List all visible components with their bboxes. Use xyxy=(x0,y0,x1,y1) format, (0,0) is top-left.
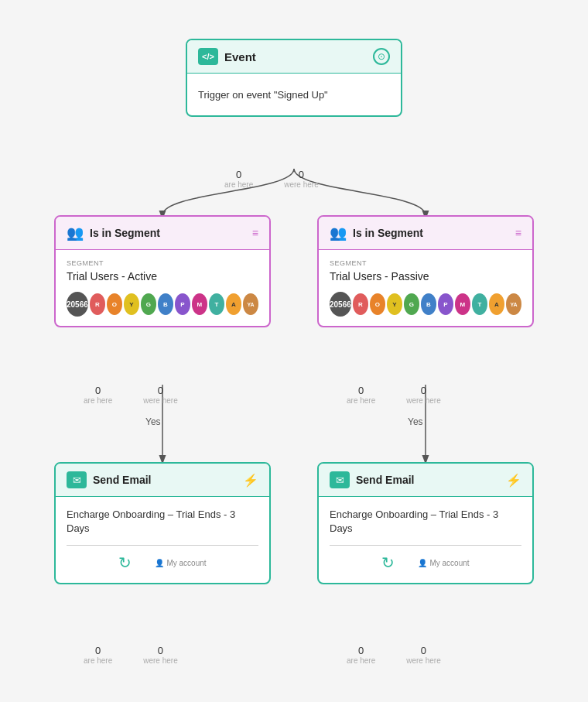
avatar-7: T xyxy=(209,293,224,315)
avatar-8: A xyxy=(226,293,241,315)
segment-right-name: Trial Users - Passive xyxy=(330,270,521,283)
event-are-here-lbl: are here xyxy=(224,180,253,189)
r-avatar-0: R xyxy=(353,293,368,315)
segment-left-stats: 0 are here 0 were here xyxy=(84,385,178,405)
email-left-stats: 0 are here 0 were here xyxy=(84,645,178,665)
email-right-refresh-icon[interactable]: ↻ xyxy=(381,553,395,572)
yes-label-right: Yes xyxy=(408,416,423,427)
segment-left-body: SEGMENT Trial Users - Active 20566 R O Y… xyxy=(56,250,269,326)
segment-right-people-icon: 👥 xyxy=(330,224,347,241)
avatar-2: Y xyxy=(124,293,139,315)
email-right-are-lbl: are here xyxy=(347,656,375,665)
email-right-account-text: My account xyxy=(429,559,469,567)
r-avatar-5: P xyxy=(438,293,453,315)
email-left-were-lbl: were here xyxy=(143,656,177,665)
segment-right-filter-icon[interactable]: ≡ xyxy=(515,227,521,239)
segment-right-avatars: 20566 R O Y G B P M T A YA xyxy=(330,292,521,317)
r-avatar-1: O xyxy=(370,293,385,315)
segment-left-people-icon: 👥 xyxy=(67,224,84,241)
segment-right-node[interactable]: 👥 Is in Segment ≡ SEGMENT Trial Users - … xyxy=(317,215,534,327)
seg-left-were-val: 0 xyxy=(158,385,163,396)
email-right-were-lbl: were here xyxy=(406,656,440,665)
avatar-4: B xyxy=(158,293,173,315)
seg-left-are-val: 0 xyxy=(95,385,101,396)
email-right-node[interactable]: ✉ Send Email ⚡ Encharge Onboarding – Tri… xyxy=(317,462,534,584)
event-settings-icon[interactable]: ⊙ xyxy=(373,48,390,65)
segment-right-count: 20566 xyxy=(330,292,351,317)
segment-right-title: Is in Segment xyxy=(353,227,423,239)
seg-left-are-lbl: are here xyxy=(84,396,112,405)
email-left-divider xyxy=(67,545,258,546)
email-left-person-icon: 👤 xyxy=(155,559,164,567)
avatar-1: O xyxy=(107,293,122,315)
email-left-flash-icon[interactable]: ⚡ xyxy=(243,473,258,488)
email-right-subject: Encharge Onboarding – Trial Ends - 3 Day… xyxy=(330,508,521,536)
email-right-body: Encharge Onboarding – Trial Ends - 3 Day… xyxy=(319,497,532,583)
email-left-are-lbl: are here xyxy=(84,656,112,665)
email-left-node[interactable]: ✉ Send Email ⚡ Encharge Onboarding – Tri… xyxy=(54,462,271,584)
yes-label-left: Yes xyxy=(145,416,161,427)
email-right-header: ✉ Send Email ⚡ xyxy=(319,464,532,497)
email-left-account: 👤 My account xyxy=(155,559,206,567)
event-were-here-val: 0 xyxy=(299,169,304,180)
email-right-footer: ↻ 👤 My account xyxy=(330,553,521,575)
email-right-flash-icon[interactable]: ⚡ xyxy=(506,473,521,488)
avatar-ya: YA xyxy=(243,293,258,315)
seg-right-are-lbl: are here xyxy=(347,396,375,405)
event-trigger-text: Trigger on event "Signed Up" xyxy=(198,89,328,101)
email-left-stat-were: 0 were here xyxy=(143,645,177,665)
segment-left-count: 20566 xyxy=(67,292,88,317)
avatar-3: G xyxy=(141,293,156,315)
email-right-account: 👤 My account xyxy=(418,559,469,567)
avatar-6: M xyxy=(192,293,207,315)
email-right-stat-here: 0 are here xyxy=(347,645,375,665)
email-left-header: ✉ Send Email ⚡ xyxy=(56,464,269,497)
r-avatar-3: G xyxy=(404,293,419,315)
email-left-were-val: 0 xyxy=(158,645,163,656)
email-right-person-icon: 👤 xyxy=(418,559,427,567)
segment-left-name: Trial Users - Active xyxy=(67,270,258,283)
event-stat-here: 0 are here xyxy=(224,169,253,189)
event-node[interactable]: </> Event ⊙ Trigger on event "Signed Up" xyxy=(186,39,402,117)
segment-left-label: SEGMENT xyxy=(67,259,258,267)
email-left-footer: ↻ 👤 My account xyxy=(67,553,258,575)
email-right-are-val: 0 xyxy=(358,645,364,656)
r-avatar-4: B xyxy=(421,293,436,315)
email-left-are-val: 0 xyxy=(95,645,101,656)
r-avatar-2: Y xyxy=(387,293,402,315)
segment-right-label: SEGMENT xyxy=(330,259,521,267)
segment-left-node[interactable]: 👥 Is in Segment ≡ SEGMENT Trial Users - … xyxy=(54,215,271,327)
seg-right-are-val: 0 xyxy=(358,385,364,396)
event-are-here-val: 0 xyxy=(236,169,241,180)
seg-right-stat-here: 0 are here xyxy=(347,385,375,405)
email-right-title: Send Email xyxy=(356,474,414,486)
email-left-refresh-icon[interactable]: ↻ xyxy=(118,553,132,572)
segment-left-filter-icon[interactable]: ≡ xyxy=(252,227,258,239)
segment-left-avatars: 20566 R O Y G B P M T A YA xyxy=(67,292,258,317)
email-right-divider xyxy=(330,545,521,546)
seg-right-were-lbl: were here xyxy=(406,396,440,405)
seg-right-were-val: 0 xyxy=(421,385,426,396)
r-avatar-8: A xyxy=(489,293,504,315)
email-right-stats: 0 are here 0 were here xyxy=(347,645,441,665)
seg-left-stat-were: 0 were here xyxy=(143,385,177,405)
seg-left-were-lbl: were here xyxy=(143,396,177,405)
segment-right-header: 👥 Is in Segment ≡ xyxy=(319,217,532,250)
event-were-here-lbl: were here xyxy=(284,180,318,189)
email-left-body: Encharge Onboarding – Trial Ends - 3 Day… xyxy=(56,497,269,583)
email-left-envelope-icon: ✉ xyxy=(67,471,87,488)
email-right-stat-were: 0 were here xyxy=(406,645,440,665)
email-left-account-text: My account xyxy=(166,559,206,567)
event-stats: 0 are here 0 were here xyxy=(224,169,319,189)
event-stat-were: 0 were here xyxy=(284,169,318,189)
segment-left-title: Is in Segment xyxy=(90,227,160,239)
email-left-stat-here: 0 are here xyxy=(84,645,112,665)
email-left-title: Send Email xyxy=(93,474,151,486)
r-avatar-7: T xyxy=(472,293,487,315)
email-right-envelope-icon: ✉ xyxy=(330,471,350,488)
seg-right-stat-were: 0 were here xyxy=(406,385,440,405)
event-node-title: Event xyxy=(224,50,256,63)
avatar-5: P xyxy=(175,293,190,315)
email-right-were-val: 0 xyxy=(421,645,426,656)
segment-right-stats: 0 are here 0 were here xyxy=(347,385,441,405)
